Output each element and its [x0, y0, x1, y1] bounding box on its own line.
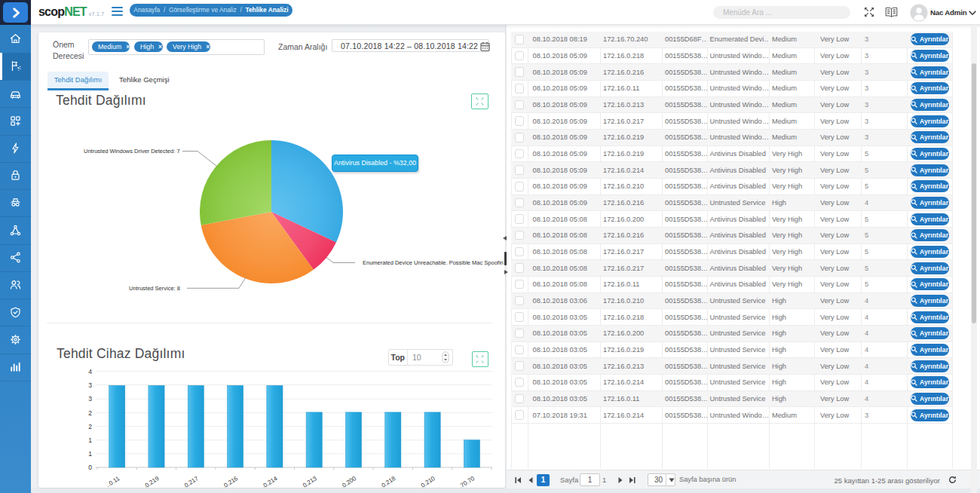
svg-text:.0.219: .0.219 [142, 475, 161, 490]
svg-text:.0.210: .0.210 [418, 475, 436, 490]
svg-text:..0.11: ..0.11 [105, 475, 121, 488]
svg-text:.0.218: .0.218 [379, 475, 397, 490]
svg-text:4: 4 [88, 368, 92, 375]
svg-text:.0.200: .0.200 [340, 475, 358, 490]
svg-text:1: 1 [88, 436, 92, 444]
svg-text:2: 2 [88, 423, 92, 430]
svg-text:.0.213: .0.213 [300, 475, 318, 490]
svg-text:0: 0 [88, 464, 92, 471]
svg-text:.0.217: .0.217 [182, 475, 200, 490]
svg-text:3: 3 [88, 395, 92, 403]
svg-text:3: 3 [88, 381, 92, 389]
svg-text:1: 1 [88, 450, 92, 458]
svg-text:.0.214: .0.214 [261, 475, 279, 490]
svg-text:2: 2 [88, 409, 92, 417]
svg-text:.0.216: .0.216 [222, 475, 240, 490]
